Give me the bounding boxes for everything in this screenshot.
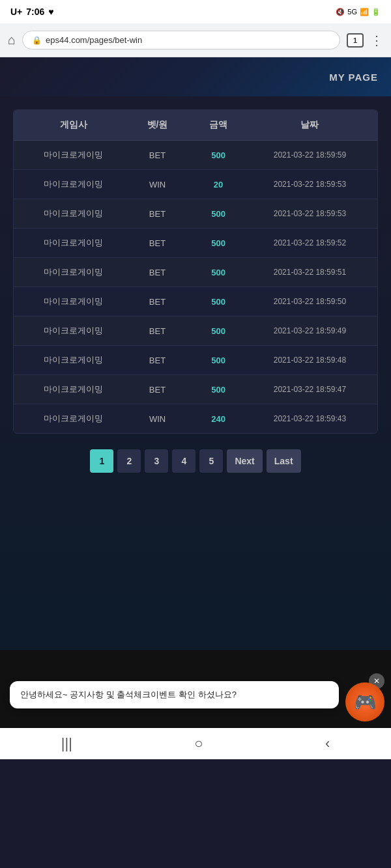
row-amount: 500 [188, 150, 249, 160]
row-date: 2021-03-22 18:59:43 [249, 414, 371, 423]
status-left: U+ 7:06 ♥ [10, 7, 54, 17]
carrier-label: U+ [10, 7, 22, 17]
row-type: BET [127, 238, 188, 248]
row-date: 2021-03-22 18:59:59 [249, 150, 371, 160]
row-amount: 20 [188, 180, 249, 189]
row-type: BET [127, 268, 188, 277]
page-3-button[interactable]: 3 [145, 449, 168, 473]
next-button[interactable]: Next [227, 449, 262, 473]
nav-bar: ||| ○ ‹ [0, 728, 391, 759]
page-2-button[interactable]: 2 [117, 449, 141, 473]
row-type: BET [127, 356, 188, 365]
signal-bars-icon: 📶 [360, 8, 369, 16]
status-bar: U+ 7:06 ♥ 🔇 5G 📶 🔋 [0, 0, 391, 23]
table-row: 마이크로게이밍 BET 500 2021-03-22 18:59:52 [14, 229, 377, 258]
row-game: 마이크로게이밍 [20, 266, 127, 278]
browser-bar: ⌂ 🔒 eps44.com/pages/bet-win 1 ⋮ [0, 23, 391, 57]
row-amount: 500 [188, 268, 249, 277]
time-label: 7:06 [26, 7, 44, 17]
row-amount: 500 [188, 356, 249, 365]
page-5-button[interactable]: 5 [199, 449, 223, 473]
table-row: 마이크로게이밍 WIN 20 2021-03-22 18:59:53 [14, 170, 377, 199]
row-game: 마이크로게이밍 [20, 384, 127, 395]
main-content: 게임사 벳/원 금액 날짜 마이크로게이밍 BET 500 2021-03-22… [0, 96, 391, 650]
col-header-type: 벳/원 [127, 119, 188, 131]
url-box[interactable]: 🔒 eps44.com/pages/bet-win [22, 31, 340, 49]
row-date: 2021-03-22 18:59:48 [249, 356, 371, 365]
pagination: 1 2 3 4 5 Next Last [13, 434, 378, 483]
row-type: BET [127, 209, 188, 219]
row-game: 마이크로게이밍 [20, 354, 127, 366]
row-date: 2021-03-22 18:59:53 [249, 209, 371, 218]
table-row: 마이크로게이밍 BET 500 2021-03-22 18:59:49 [14, 316, 377, 346]
row-type: BET [127, 150, 188, 160]
table-row: 마이크로게이밍 BET 500 2021-03-22 18:59:51 [14, 258, 377, 287]
row-date: 2021-03-22 18:59:52 [249, 238, 371, 247]
lock-icon: 🔒 [32, 36, 42, 45]
row-amount: 500 [188, 385, 249, 395]
status-right: 🔇 5G 📶 🔋 [336, 8, 381, 16]
row-date: 2021-03-22 18:59:53 [249, 180, 371, 189]
menu-icon[interactable]: ⋮ [370, 33, 383, 48]
row-amount: 500 [188, 209, 249, 219]
chat-bubble: 안녕하세요~ 공지사항 및 출석체크이벤트 확인 하셨나요? [10, 681, 339, 708]
row-date: 2021-03-22 18:59:51 [249, 268, 371, 277]
last-button[interactable]: Last [267, 449, 301, 473]
row-type: BET [127, 385, 188, 395]
row-game: 마이크로게이밍 [20, 237, 127, 249]
row-game: 마이크로게이밍 [20, 413, 127, 425]
row-amount: 500 [188, 238, 249, 248]
row-amount: 500 [188, 297, 249, 307]
page-1-button[interactable]: 1 [90, 449, 113, 473]
row-type: WIN [127, 180, 188, 189]
url-text: eps44.com/pages/bet-win [46, 35, 142, 45]
home-icon[interactable]: ⌂ [8, 33, 16, 48]
row-amount: 240 [188, 414, 249, 424]
row-date: 2021-03-22 18:59:49 [249, 326, 371, 335]
my-page-label: MY PAGE [329, 72, 378, 83]
mute-icon: 🔇 [336, 8, 345, 16]
row-game: 마이크로게이밍 [20, 208, 127, 219]
col-header-game: 게임사 [20, 119, 127, 131]
page-4-button[interactable]: 4 [172, 449, 195, 473]
table-row: 마이크로게이밍 BET 500 2021-03-22 18:59:53 [14, 199, 377, 229]
row-date: 2021-03-22 18:59:50 [249, 297, 371, 306]
table-row: 마이크로게이밍 BET 500 2021-03-22 18:59:50 [14, 287, 377, 316]
bottom-area: 안녕하세요~ 공지사항 및 출석체크이벤트 확인 하셨나요? ✕ 🎮 [0, 650, 391, 728]
table-header: 게임사 벳/원 금액 날짜 [14, 110, 377, 141]
table-row: 마이크로게이밍 BET 500 2021-03-22 18:59:59 [14, 141, 377, 170]
chat-text: 안녕하세요~ 공지사항 및 출석체크이벤트 확인 하셨나요? [20, 690, 237, 699]
recents-button[interactable]: ‹ [325, 735, 330, 752]
battery-icon: 🔋 [371, 8, 381, 16]
page-header: MY PAGE [0, 57, 391, 96]
row-amount: 500 [188, 326, 249, 336]
row-date: 2021-03-22 18:59:47 [249, 385, 371, 394]
heart-icon: ♥ [48, 7, 53, 17]
row-type: BET [127, 297, 188, 307]
signal-label: 5G [347, 8, 357, 16]
bet-table: 게임사 벳/원 금액 날짜 마이크로게이밍 BET 500 2021-03-22… [13, 109, 378, 434]
table-body: 마이크로게이밍 BET 500 2021-03-22 18:59:59 마이크로… [14, 141, 377, 433]
back-button[interactable]: ||| [61, 735, 72, 752]
col-header-amount: 금액 [188, 119, 249, 131]
table-row: 마이크로게이밍 WIN 240 2021-03-22 18:59:43 [14, 404, 377, 433]
table-row: 마이크로게이밍 BET 500 2021-03-22 18:59:47 [14, 375, 377, 404]
table-row: 마이크로게이밍 BET 500 2021-03-22 18:59:48 [14, 346, 377, 375]
row-game: 마이크로게이밍 [20, 149, 127, 161]
mascot-icon[interactable]: 🎮 [345, 682, 384, 721]
row-type: BET [127, 326, 188, 336]
col-header-date: 날짜 [249, 119, 371, 131]
tab-button[interactable]: 1 [347, 33, 364, 48]
row-game: 마이크로게이밍 [20, 178, 127, 190]
home-nav-button[interactable]: ○ [194, 735, 203, 752]
row-game: 마이크로게이밍 [20, 325, 127, 337]
row-game: 마이크로게이밍 [20, 296, 127, 307]
row-type: WIN [127, 414, 188, 424]
